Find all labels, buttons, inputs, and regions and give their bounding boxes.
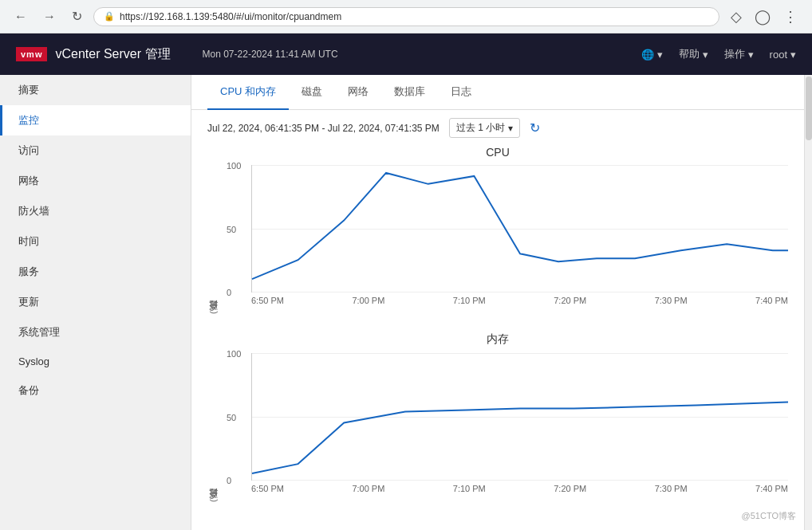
- charts-container: CPU 百分比 (%) 100 50: [191, 146, 804, 530]
- sidebar-item-backup[interactable]: 备份: [0, 375, 191, 406]
- vmware-logo: vmw: [16, 47, 47, 61]
- sidebar-item-time[interactable]: 时间: [0, 226, 191, 257]
- app-header: vmw vCenter Server 管理 Mon 07-22-2024 11:…: [0, 33, 812, 75]
- tab-disk[interactable]: 磁盘: [289, 75, 335, 110]
- mem-x-label-3: 7:10 PM: [453, 484, 486, 493]
- cpu-y-label: 百分比 (%): [207, 165, 219, 316]
- sidebar-item-update[interactable]: 更新: [0, 287, 191, 317]
- time-range-bar: Jul 22, 2024, 06:41:35 PM - Jul 22, 2024…: [191, 110, 804, 146]
- browser-actions: ◇ ◯ ⋮: [726, 6, 802, 27]
- header-datetime: Mon 07-22-2024 11:41 AM UTC: [203, 49, 641, 60]
- cpu-x-label-6: 7:40 PM: [755, 296, 788, 305]
- mem-chart-svg: [252, 353, 788, 480]
- mem-chart-wrapper: 百分比 (%) 100 50: [207, 353, 788, 504]
- cpu-chart-section: CPU 百分比 (%) 100 50: [207, 146, 788, 316]
- lock-icon: 🔒: [104, 11, 115, 22]
- refresh-button[interactable]: ↻: [530, 120, 540, 135]
- grid-line-0: 0: [252, 292, 788, 292]
- mem-x-label-5: 7:30 PM: [655, 484, 688, 493]
- cpu-x-label-1: 6:50 PM: [251, 296, 284, 305]
- extensions-button[interactable]: ◇: [726, 6, 747, 27]
- header-nav: 🌐 ▾ 帮助 ▾ 操作 ▾ root ▾: [641, 47, 796, 61]
- time-range-label: 过去 1 小时: [456, 121, 505, 135]
- mem-chart-title: 内存: [207, 332, 788, 347]
- mem-x-label-2: 7:00 PM: [352, 484, 384, 493]
- mem-x-label-1: 6:50 PM: [251, 484, 284, 493]
- app-container: vmw vCenter Server 管理 Mon 07-22-2024 11:…: [0, 33, 812, 530]
- mem-chart-section: 内存 百分比 (%) 100 50: [207, 332, 788, 504]
- mem-x-label-6: 7:40 PM: [755, 484, 788, 493]
- time-range-text: Jul 22, 2024, 06:41:35 PM - Jul 22, 2024…: [207, 123, 440, 134]
- sidebar-item-network[interactable]: 网络: [0, 166, 191, 196]
- sidebar-item-summary[interactable]: 摘要: [0, 75, 191, 105]
- forward-button[interactable]: →: [38, 8, 61, 26]
- main-layout: 摘要 监控 访问 网络 防火墙 时间 服务 更新 系统管理 Syslog 备份 …: [0, 75, 812, 530]
- cpu-chart-svg: [252, 165, 788, 292]
- globe-icon: 🌐: [641, 49, 654, 61]
- actions-nav-item[interactable]: 操作 ▾: [724, 47, 754, 61]
- tabs-bar: CPU 和内存 磁盘 网络 数据库 日志: [191, 75, 804, 110]
- sidebar-item-services[interactable]: 服务: [0, 257, 191, 287]
- cpu-chart-title: CPU: [207, 146, 788, 159]
- watermark: @51CTO博客: [742, 510, 796, 522]
- scrollbar[interactable]: [804, 75, 812, 530]
- sidebar-item-access[interactable]: 访问: [0, 135, 191, 166]
- mem-y-label: 百分比 (%): [207, 353, 219, 504]
- cpu-x-label-5: 7:30 PM: [655, 296, 688, 305]
- cpu-x-label-4: 7:20 PM: [554, 296, 586, 305]
- user-nav-item[interactable]: root ▾: [770, 49, 796, 61]
- mem-x-label-4: 7:20 PM: [554, 484, 586, 493]
- cpu-chart-inner: 100 50 0: [251, 165, 788, 292]
- back-button[interactable]: ←: [10, 8, 32, 26]
- tab-database[interactable]: 数据库: [381, 75, 438, 110]
- actions-label: 操作: [724, 47, 745, 61]
- cpu-x-labels: 6:50 PM 7:00 PM 7:10 PM 7:20 PM 7:30 PM …: [251, 292, 788, 305]
- globe-nav-item[interactable]: 🌐 ▾: [641, 49, 663, 61]
- cpu-chart-wrapper: 百分比 (%) 100 50: [207, 165, 788, 316]
- menu-button[interactable]: ⋮: [778, 6, 802, 27]
- sidebar-item-monitor[interactable]: 监控: [0, 105, 191, 135]
- help-dropdown-arrow: ▾: [703, 49, 708, 61]
- profile-button[interactable]: ◯: [750, 6, 775, 27]
- help-nav-item[interactable]: 帮助 ▾: [679, 47, 708, 61]
- browser-chrome: ← → ↻ 🔒 https://192.168.1.139:5480/#/ui/…: [0, 0, 812, 33]
- app-title: vCenter Server 管理: [55, 46, 170, 63]
- mem-grid-line-0: 0: [252, 480, 788, 481]
- sidebar-item-firewall[interactable]: 防火墙: [0, 196, 191, 226]
- dropdown-arrow-icon: ▾: [508, 123, 513, 134]
- user-label: root: [770, 49, 787, 61]
- actions-dropdown-arrow: ▾: [748, 49, 754, 61]
- user-dropdown-arrow: ▾: [790, 49, 796, 61]
- content-area: CPU 和内存 磁盘 网络 数据库 日志 Jul 22, 2024, 06:41…: [191, 75, 804, 530]
- sidebar-item-syslog[interactable]: Syslog: [0, 347, 191, 375]
- cpu-x-label-2: 7:00 PM: [352, 296, 384, 305]
- reload-button[interactable]: ↻: [67, 7, 87, 26]
- mem-chart-inner: 100 50 0: [251, 353, 788, 481]
- cpu-x-label-3: 7:10 PM: [453, 296, 486, 305]
- tab-cpu-mem[interactable]: CPU 和内存: [207, 75, 289, 110]
- mem-x-labels: 6:50 PM 7:00 PM 7:10 PM 7:20 PM 7:30 PM …: [251, 481, 788, 493]
- scrollbar-thumb[interactable]: [806, 77, 812, 140]
- globe-dropdown-arrow: ▾: [657, 49, 663, 61]
- sidebar-item-sysadmin[interactable]: 系统管理: [0, 317, 191, 347]
- address-bar[interactable]: 🔒 https://192.168.1.139:5480/#/ui/monito…: [93, 7, 719, 26]
- tab-logs[interactable]: 日志: [438, 75, 484, 110]
- sidebar: 摘要 监控 访问 网络 防火墙 时间 服务 更新 系统管理 Syslog 备份: [0, 75, 191, 530]
- url-text: https://192.168.1.139:5480/#/ui/monitor/…: [120, 11, 341, 22]
- tab-network[interactable]: 网络: [335, 75, 381, 110]
- time-range-selector[interactable]: 过去 1 小时 ▾: [449, 118, 520, 138]
- help-label: 帮助: [679, 47, 700, 61]
